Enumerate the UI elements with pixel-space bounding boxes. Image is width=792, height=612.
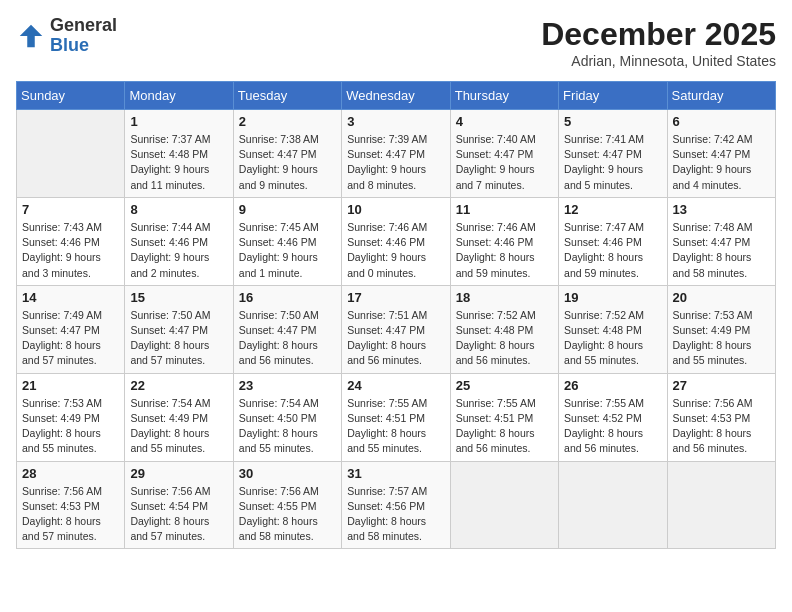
day-cell: 29Sunrise: 7:56 AMSunset: 4:54 PMDayligh… — [125, 461, 233, 549]
day-detail: Sunrise: 7:55 AMSunset: 4:51 PMDaylight:… — [347, 396, 444, 457]
day-number: 25 — [456, 378, 553, 393]
day-detail: Sunrise: 7:44 AMSunset: 4:46 PMDaylight:… — [130, 220, 227, 281]
day-number: 27 — [673, 378, 770, 393]
day-detail: Sunrise: 7:43 AMSunset: 4:46 PMDaylight:… — [22, 220, 119, 281]
day-detail: Sunrise: 7:53 AMSunset: 4:49 PMDaylight:… — [22, 396, 119, 457]
day-detail: Sunrise: 7:56 AMSunset: 4:54 PMDaylight:… — [130, 484, 227, 545]
day-detail: Sunrise: 7:52 AMSunset: 4:48 PMDaylight:… — [564, 308, 661, 369]
day-detail: Sunrise: 7:38 AMSunset: 4:47 PMDaylight:… — [239, 132, 336, 193]
day-detail: Sunrise: 7:37 AMSunset: 4:48 PMDaylight:… — [130, 132, 227, 193]
calendar-body: 1Sunrise: 7:37 AMSunset: 4:48 PMDaylight… — [17, 110, 776, 549]
day-number: 12 — [564, 202, 661, 217]
day-number: 23 — [239, 378, 336, 393]
day-detail: Sunrise: 7:42 AMSunset: 4:47 PMDaylight:… — [673, 132, 770, 193]
day-detail: Sunrise: 7:51 AMSunset: 4:47 PMDaylight:… — [347, 308, 444, 369]
day-cell: 3Sunrise: 7:39 AMSunset: 4:47 PMDaylight… — [342, 110, 450, 198]
day-number: 10 — [347, 202, 444, 217]
page-header: General Blue December 2025 Adrian, Minne… — [16, 16, 776, 69]
day-cell: 9Sunrise: 7:45 AMSunset: 4:46 PMDaylight… — [233, 197, 341, 285]
day-detail: Sunrise: 7:50 AMSunset: 4:47 PMDaylight:… — [239, 308, 336, 369]
day-detail: Sunrise: 7:53 AMSunset: 4:49 PMDaylight:… — [673, 308, 770, 369]
day-cell: 4Sunrise: 7:40 AMSunset: 4:47 PMDaylight… — [450, 110, 558, 198]
calendar-title: December 2025 — [541, 16, 776, 53]
day-number: 22 — [130, 378, 227, 393]
day-cell: 16Sunrise: 7:50 AMSunset: 4:47 PMDayligh… — [233, 285, 341, 373]
day-cell: 12Sunrise: 7:47 AMSunset: 4:46 PMDayligh… — [559, 197, 667, 285]
day-detail: Sunrise: 7:56 AMSunset: 4:55 PMDaylight:… — [239, 484, 336, 545]
day-detail: Sunrise: 7:46 AMSunset: 4:46 PMDaylight:… — [456, 220, 553, 281]
week-row-1: 1Sunrise: 7:37 AMSunset: 4:48 PMDaylight… — [17, 110, 776, 198]
week-row-3: 14Sunrise: 7:49 AMSunset: 4:47 PMDayligh… — [17, 285, 776, 373]
day-number: 30 — [239, 466, 336, 481]
day-detail: Sunrise: 7:46 AMSunset: 4:46 PMDaylight:… — [347, 220, 444, 281]
day-detail: Sunrise: 7:47 AMSunset: 4:46 PMDaylight:… — [564, 220, 661, 281]
day-number: 8 — [130, 202, 227, 217]
day-detail: Sunrise: 7:50 AMSunset: 4:47 PMDaylight:… — [130, 308, 227, 369]
day-cell: 13Sunrise: 7:48 AMSunset: 4:47 PMDayligh… — [667, 197, 775, 285]
svg-marker-0 — [20, 25, 43, 48]
day-number: 31 — [347, 466, 444, 481]
day-cell: 21Sunrise: 7:53 AMSunset: 4:49 PMDayligh… — [17, 373, 125, 461]
header-row: SundayMondayTuesdayWednesdayThursdayFrid… — [17, 82, 776, 110]
title-block: December 2025 Adrian, Minnesota, United … — [541, 16, 776, 69]
day-cell — [450, 461, 558, 549]
day-detail: Sunrise: 7:48 AMSunset: 4:47 PMDaylight:… — [673, 220, 770, 281]
day-number: 6 — [673, 114, 770, 129]
day-number: 11 — [456, 202, 553, 217]
calendar-subtitle: Adrian, Minnesota, United States — [541, 53, 776, 69]
day-number: 15 — [130, 290, 227, 305]
logo-blue: Blue — [50, 36, 117, 56]
day-detail: Sunrise: 7:54 AMSunset: 4:49 PMDaylight:… — [130, 396, 227, 457]
day-number: 3 — [347, 114, 444, 129]
day-detail: Sunrise: 7:55 AMSunset: 4:51 PMDaylight:… — [456, 396, 553, 457]
logo-general: General — [50, 16, 117, 36]
day-cell: 11Sunrise: 7:46 AMSunset: 4:46 PMDayligh… — [450, 197, 558, 285]
day-detail: Sunrise: 7:55 AMSunset: 4:52 PMDaylight:… — [564, 396, 661, 457]
day-cell: 14Sunrise: 7:49 AMSunset: 4:47 PMDayligh… — [17, 285, 125, 373]
day-cell: 22Sunrise: 7:54 AMSunset: 4:49 PMDayligh… — [125, 373, 233, 461]
day-detail: Sunrise: 7:56 AMSunset: 4:53 PMDaylight:… — [673, 396, 770, 457]
day-cell: 1Sunrise: 7:37 AMSunset: 4:48 PMDaylight… — [125, 110, 233, 198]
day-number: 28 — [22, 466, 119, 481]
day-cell — [17, 110, 125, 198]
header-cell-friday: Friday — [559, 82, 667, 110]
day-cell: 15Sunrise: 7:50 AMSunset: 4:47 PMDayligh… — [125, 285, 233, 373]
day-cell: 7Sunrise: 7:43 AMSunset: 4:46 PMDaylight… — [17, 197, 125, 285]
week-row-4: 21Sunrise: 7:53 AMSunset: 4:49 PMDayligh… — [17, 373, 776, 461]
day-number: 9 — [239, 202, 336, 217]
day-detail: Sunrise: 7:41 AMSunset: 4:47 PMDaylight:… — [564, 132, 661, 193]
day-cell: 24Sunrise: 7:55 AMSunset: 4:51 PMDayligh… — [342, 373, 450, 461]
day-cell: 2Sunrise: 7:38 AMSunset: 4:47 PMDaylight… — [233, 110, 341, 198]
day-number: 29 — [130, 466, 227, 481]
header-cell-saturday: Saturday — [667, 82, 775, 110]
day-number: 17 — [347, 290, 444, 305]
header-cell-thursday: Thursday — [450, 82, 558, 110]
day-cell: 8Sunrise: 7:44 AMSunset: 4:46 PMDaylight… — [125, 197, 233, 285]
day-cell: 31Sunrise: 7:57 AMSunset: 4:56 PMDayligh… — [342, 461, 450, 549]
day-cell — [667, 461, 775, 549]
day-detail: Sunrise: 7:49 AMSunset: 4:47 PMDaylight:… — [22, 308, 119, 369]
day-cell: 28Sunrise: 7:56 AMSunset: 4:53 PMDayligh… — [17, 461, 125, 549]
day-cell: 26Sunrise: 7:55 AMSunset: 4:52 PMDayligh… — [559, 373, 667, 461]
day-number: 14 — [22, 290, 119, 305]
day-cell: 25Sunrise: 7:55 AMSunset: 4:51 PMDayligh… — [450, 373, 558, 461]
day-cell: 18Sunrise: 7:52 AMSunset: 4:48 PMDayligh… — [450, 285, 558, 373]
calendar-table: SundayMondayTuesdayWednesdayThursdayFrid… — [16, 81, 776, 549]
day-cell: 23Sunrise: 7:54 AMSunset: 4:50 PMDayligh… — [233, 373, 341, 461]
header-cell-monday: Monday — [125, 82, 233, 110]
logo: General Blue — [16, 16, 117, 56]
logo-icon — [16, 21, 46, 51]
day-detail: Sunrise: 7:52 AMSunset: 4:48 PMDaylight:… — [456, 308, 553, 369]
day-cell: 20Sunrise: 7:53 AMSunset: 4:49 PMDayligh… — [667, 285, 775, 373]
day-cell: 10Sunrise: 7:46 AMSunset: 4:46 PMDayligh… — [342, 197, 450, 285]
day-number: 16 — [239, 290, 336, 305]
day-number: 26 — [564, 378, 661, 393]
header-cell-tuesday: Tuesday — [233, 82, 341, 110]
day-number: 4 — [456, 114, 553, 129]
week-row-2: 7Sunrise: 7:43 AMSunset: 4:46 PMDaylight… — [17, 197, 776, 285]
day-number: 19 — [564, 290, 661, 305]
day-cell: 30Sunrise: 7:56 AMSunset: 4:55 PMDayligh… — [233, 461, 341, 549]
day-number: 24 — [347, 378, 444, 393]
day-number: 13 — [673, 202, 770, 217]
day-detail: Sunrise: 7:40 AMSunset: 4:47 PMDaylight:… — [456, 132, 553, 193]
